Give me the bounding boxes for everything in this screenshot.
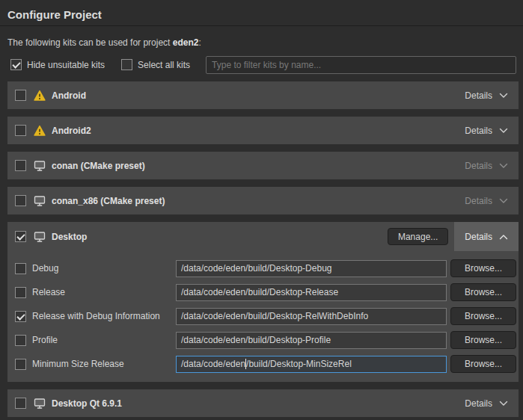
build-config-row-minsizerel: Minimum Size Release /data/code/eden/bui… — [15, 355, 516, 373]
details-button[interactable]: Details — [454, 117, 519, 144]
chevron-down-icon — [499, 198, 508, 204]
kit-row-android: Android Details — [7, 81, 519, 109]
build-config-label[interactable]: Profile — [32, 335, 58, 345]
build-config-checkbox[interactable] — [15, 311, 26, 322]
build-config-row-release: Release Browse... — [15, 283, 516, 301]
build-config-left: Debug — [15, 263, 176, 274]
build-dir-input[interactable] — [176, 260, 447, 277]
kit-checkbox[interactable] — [15, 160, 26, 171]
kit-row-desktop: Desktop Manage... Details Debug Browse..… — [7, 222, 519, 382]
details-label: Details — [465, 161, 492, 171]
browse-button[interactable]: Browse... — [450, 259, 516, 277]
details-button[interactable]: Details — [454, 152, 519, 179]
warning-icon — [34, 125, 46, 136]
kit-header: Desktop Qt 6.9.1 Details — [7, 389, 519, 417]
desktop-icon — [34, 160, 46, 172]
build-config-left: Release with Debug Information — [15, 311, 176, 322]
kit-name: Desktop Qt 6.9.1 — [52, 398, 122, 409]
kit-header: conan_x86 (CMake preset) Details — [7, 187, 519, 214]
select-all-kits-checkbox[interactable] — [121, 59, 132, 70]
details-label: Details — [465, 398, 492, 409]
build-config-checkbox[interactable] — [15, 263, 26, 274]
project-name: eden2 — [173, 37, 199, 48]
path-text-before-caret: /data/code/eden — [181, 359, 245, 369]
build-config-checkbox[interactable] — [15, 335, 26, 346]
kits-description: The following kits can be used for proje… — [7, 37, 516, 48]
warning-icon — [34, 90, 46, 101]
kit-checkbox[interactable] — [15, 231, 26, 242]
kit-checkbox[interactable] — [15, 195, 26, 206]
details-label: Details — [465, 126, 492, 136]
build-config-label[interactable]: Release — [32, 287, 65, 297]
kit-row-conan: conan (CMake preset) Details — [7, 152, 519, 179]
details-button[interactable]: Details — [454, 187, 519, 214]
chevron-down-icon — [499, 93, 508, 99]
build-config-left: Release — [15, 287, 176, 298]
kits-description-suffix: : — [198, 37, 201, 48]
kit-header: Android Details — [7, 81, 519, 109]
build-dir-input[interactable] — [176, 308, 447, 325]
build-dir-input[interactable] — [176, 284, 447, 301]
kits-description-prefix: The following kits can be used for proje… — [7, 37, 173, 48]
details-button[interactable]: Details — [454, 222, 519, 251]
build-config-label[interactable]: Minimum Size Release — [32, 359, 124, 369]
browse-button[interactable]: Browse... — [450, 283, 516, 301]
kit-row-conan-x86: conan_x86 (CMake preset) Details — [7, 187, 519, 214]
kit-name: Desktop — [52, 232, 87, 242]
kit-name: conan (CMake preset) — [52, 161, 145, 171]
chevron-down-icon — [499, 163, 508, 169]
hide-unsuitable-kits-label[interactable]: Hide unsuitable kits — [27, 60, 105, 70]
kit-name: Android — [52, 90, 86, 101]
hide-unsuitable-kits-checkbox[interactable] — [10, 59, 22, 70]
manage-button[interactable]: Manage... — [388, 228, 448, 245]
build-dir-input[interactable] — [176, 332, 447, 349]
build-config-left: Profile — [15, 335, 176, 346]
kit-name: Android2 — [52, 126, 91, 136]
kit-checkbox[interactable] — [15, 90, 26, 101]
chevron-down-icon — [499, 401, 508, 407]
kit-filter-input[interactable] — [206, 56, 516, 74]
details-button[interactable]: Details — [454, 81, 519, 109]
page-title: Configure Project — [0, 0, 523, 25]
title-separator — [0, 25, 523, 26]
desktop-icon — [34, 398, 46, 410]
kit-row-desktop-qt: Desktop Qt 6.9.1 Details — [7, 389, 519, 417]
build-config-list: Debug Browse... Release Browse... Releas… — [7, 251, 519, 382]
kit-row-android2: Android2 Details — [7, 117, 519, 144]
desktop-icon — [34, 231, 46, 243]
path-text-after-caret: /build/Desktop-MinSizeRel — [246, 359, 352, 369]
details-label: Details — [465, 232, 492, 242]
desktop-icon — [34, 195, 46, 207]
chevron-up-icon — [499, 234, 508, 240]
kit-header: Android2 Details — [7, 117, 519, 144]
select-all-kits-label[interactable]: Select all kits — [138, 60, 190, 70]
select-all-kits-group[interactable]: Select all kits — [121, 59, 190, 70]
build-config-row-relwithdebinfo: Release with Debug Information Browse... — [15, 307, 516, 325]
kit-header: conan (CMake preset) Details — [7, 152, 519, 179]
details-label: Details — [465, 196, 492, 206]
kit-checkbox[interactable] — [15, 125, 26, 136]
details-button[interactable]: Details — [454, 389, 519, 417]
details-label: Details — [465, 90, 492, 101]
chevron-down-icon — [499, 128, 508, 134]
kit-checkbox[interactable] — [15, 398, 26, 409]
build-config-label[interactable]: Debug — [32, 263, 58, 274]
kit-filter-bar: Hide unsuitable kits Select all kits — [10, 55, 516, 74]
browse-button[interactable]: Browse... — [450, 331, 516, 349]
build-config-left: Minimum Size Release — [15, 359, 176, 370]
hide-unsuitable-kits-group[interactable]: Hide unsuitable kits — [10, 59, 105, 70]
kit-list: Android Details Android2 Details conan (… — [0, 81, 523, 417]
kit-header: Desktop Manage... Details — [7, 222, 519, 251]
build-config-row-debug: Debug Browse... — [15, 259, 516, 277]
build-config-checkbox[interactable] — [15, 359, 26, 370]
build-dir-input-focused[interactable]: /data/code/eden/build/Desktop-MinSizeRel — [176, 356, 447, 373]
build-config-checkbox[interactable] — [15, 287, 26, 298]
browse-button[interactable]: Browse... — [450, 307, 516, 325]
build-config-row-profile: Profile Browse... — [15, 331, 516, 349]
build-config-label[interactable]: Release with Debug Information — [32, 311, 160, 321]
browse-button[interactable]: Browse... — [450, 355, 516, 373]
kit-name: conan_x86 (CMake preset) — [52, 196, 165, 206]
